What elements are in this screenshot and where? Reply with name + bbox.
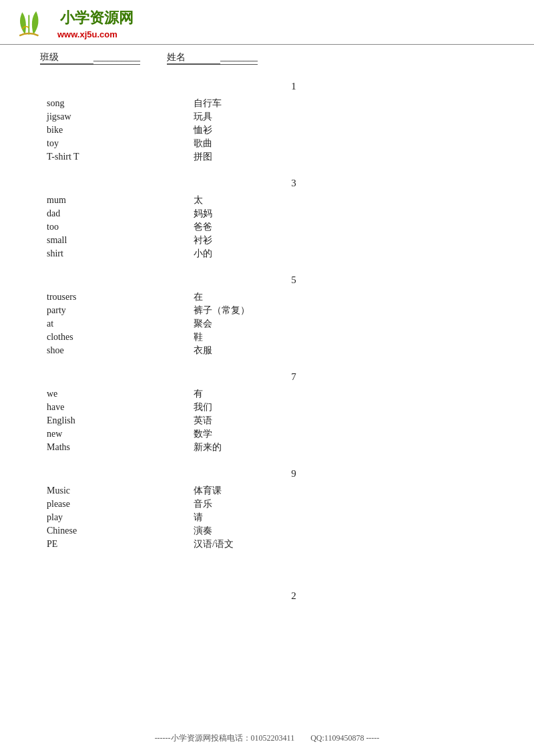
eng-word: mum xyxy=(47,195,154,206)
unit-number-3: 3 xyxy=(93,178,494,189)
eng-word: new xyxy=(47,429,154,439)
table-row: play 请 xyxy=(47,512,494,524)
table-row: shoe 衣服 xyxy=(47,345,494,357)
unit-number-2: 2 xyxy=(93,590,494,602)
eng-word: shirt xyxy=(47,248,154,259)
table-row: clothes 鞋 xyxy=(47,331,494,343)
table-row: song 自行车 xyxy=(47,98,494,110)
unit-block-7: 7 we 有 have 我们 English 英语 new 数学 Maths 新… xyxy=(40,371,494,453)
page-header: 小学资源网 www.xj5u.com xyxy=(0,0,534,45)
footer-text: ------小学资源网投稿电话：01052203411 QQ:110945087… xyxy=(155,733,380,743)
logo-area: 小学资源网 www.xj5u.com xyxy=(13,7,134,40)
table-row: English 英语 xyxy=(47,415,494,427)
vocab-table-9: Music 体育课 please 音乐 play 请 Chinese 演奏 PE… xyxy=(47,485,494,550)
table-row: toy 歌曲 xyxy=(47,138,494,150)
unit-number-9: 9 xyxy=(93,468,494,480)
eng-word: song xyxy=(47,98,154,109)
cn-word: 妈妈 xyxy=(194,208,212,220)
eng-word: PE xyxy=(47,539,154,550)
eng-word: shoe xyxy=(47,345,154,356)
table-row: jigsaw 玩具 xyxy=(47,111,494,123)
eng-word: have xyxy=(47,402,154,413)
cn-word: 体育课 xyxy=(194,485,222,497)
name-label: 姓名________ xyxy=(167,51,258,65)
eng-word: small xyxy=(47,235,154,246)
table-row: mum 太 xyxy=(47,194,494,206)
class-label: 班级__________ xyxy=(40,51,140,65)
cn-word: 拼图 xyxy=(194,151,212,163)
vocab-table-7: we 有 have 我们 English 英语 new 数学 Maths 新来的 xyxy=(47,388,494,453)
eng-word: English xyxy=(47,415,154,426)
unit-block-9: 9 Music 体育课 please 音乐 play 请 Chinese 演奏 … xyxy=(40,468,494,550)
cn-word: 爸爸 xyxy=(194,221,212,233)
eng-word: dad xyxy=(47,208,154,219)
unit-number-5: 5 xyxy=(93,274,494,286)
logo-url-text: www.xj5u.com xyxy=(57,29,134,39)
table-row: Music 体育课 xyxy=(47,485,494,497)
table-row: PE 汉语/语文 xyxy=(47,538,494,550)
unit-block-3: 3 mum 太 dad 妈妈 too 爸爸 small 衬衫 shirt 小的 xyxy=(40,178,494,260)
cn-word: 衣服 xyxy=(194,345,212,357)
cn-word: 有 xyxy=(194,388,203,400)
table-row: too 爸爸 xyxy=(47,221,494,233)
eng-word: jigsaw xyxy=(47,112,154,122)
cn-word: 小的 xyxy=(194,248,212,260)
cn-word: 在 xyxy=(194,291,203,303)
unit-block-5: 5 trousers 在 party 裤子（常复） at 聚会 clothes … xyxy=(40,274,494,357)
cn-word: 衬衫 xyxy=(194,234,212,246)
table-row: please 音乐 xyxy=(47,498,494,510)
cn-word: 英语 xyxy=(194,415,212,427)
eng-word: please xyxy=(47,499,154,510)
eng-word: play xyxy=(47,512,154,523)
eng-word: Maths xyxy=(47,442,154,453)
eng-word: Music xyxy=(47,486,154,496)
cn-word: 裤子（常复） xyxy=(194,305,250,317)
eng-word: too xyxy=(47,222,154,232)
eng-word: at xyxy=(47,319,154,329)
table-row: party 裤子（常复） xyxy=(47,305,494,317)
table-row: trousers 在 xyxy=(47,291,494,303)
table-row: at 聚会 xyxy=(47,318,494,330)
main-content: 1 song 自行车 jigsaw 玩具 bike 恤衫 toy 歌曲 T-sh… xyxy=(0,81,534,620)
vocab-table-5: trousers 在 party 裤子（常复） at 聚会 clothes 鞋 … xyxy=(47,291,494,357)
eng-word: trousers xyxy=(47,292,154,303)
unit-number-1: 1 xyxy=(93,81,494,92)
table-row: bike 恤衫 xyxy=(47,124,494,136)
cn-word: 鞋 xyxy=(194,331,203,343)
table-row: have 我们 xyxy=(47,401,494,413)
cn-word: 汉语/语文 xyxy=(194,538,234,550)
table-row: dad 妈妈 xyxy=(47,208,494,220)
vocab-table-3: mum 太 dad 妈妈 too 爸爸 small 衬衫 shirt 小的 xyxy=(47,194,494,260)
class-line: 班级__________ 姓名________ xyxy=(0,45,534,69)
cn-word: 我们 xyxy=(194,401,212,413)
cn-word: 恤衫 xyxy=(194,124,212,136)
logo-text: 小学资源网 www.xj5u.com xyxy=(57,8,134,39)
cn-word: 新来的 xyxy=(194,441,222,453)
table-row: we 有 xyxy=(47,388,494,400)
table-row: Chinese 演奏 xyxy=(47,525,494,537)
logo-cn-text: 小学资源网 xyxy=(60,8,134,28)
table-row: new 数学 xyxy=(47,428,494,440)
eng-word: Chinese xyxy=(47,526,154,536)
logo-icon xyxy=(13,7,53,40)
vocab-table-1: song 自行车 jigsaw 玩具 bike 恤衫 toy 歌曲 T-shir… xyxy=(47,98,494,163)
eng-word: we xyxy=(47,389,154,399)
cn-word: 歌曲 xyxy=(194,138,212,150)
cn-word: 太 xyxy=(194,194,203,206)
cn-word: 自行车 xyxy=(194,98,222,110)
cn-word: 玩具 xyxy=(194,111,212,123)
table-row: small 衬衫 xyxy=(47,234,494,246)
cn-word: 聚会 xyxy=(194,318,212,330)
unit-block-1: 1 song 自行车 jigsaw 玩具 bike 恤衫 toy 歌曲 T-sh… xyxy=(40,81,494,163)
eng-word: clothes xyxy=(47,332,154,343)
table-row: shirt 小的 xyxy=(47,248,494,260)
eng-word: party xyxy=(47,305,154,316)
table-row: T-shirt T 拼图 xyxy=(47,151,494,163)
page-footer: ------小学资源网投稿电话：01052203411 QQ:110945087… xyxy=(0,733,534,744)
cn-word: 请 xyxy=(194,512,203,524)
eng-word: toy xyxy=(47,138,154,149)
cn-word: 音乐 xyxy=(194,498,212,510)
cn-word: 演奏 xyxy=(194,525,212,537)
unit-number-7: 7 xyxy=(93,371,494,383)
eng-word: T-shirt T xyxy=(47,152,154,162)
